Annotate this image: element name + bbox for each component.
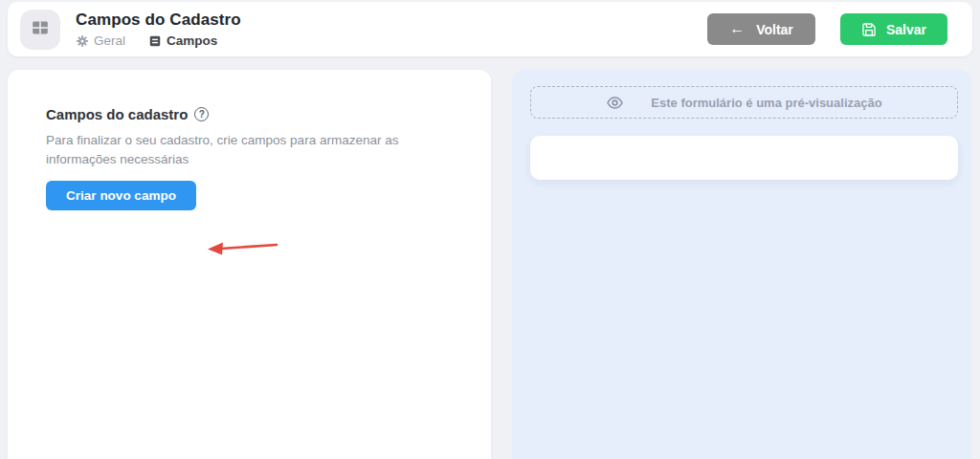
preview-banner: Este formulário é uma pré-visualização — [530, 86, 958, 119]
tab-campos[interactable]: Campos — [148, 33, 217, 48]
floppy-disk-icon — [861, 22, 877, 37]
fields-panel-heading: Campos do cadastro ? — [46, 106, 453, 122]
tab-geral-label: Geral — [94, 33, 125, 48]
help-icon[interactable]: ? — [194, 107, 209, 121]
header-actions: ← Voltar Salvar — [707, 13, 947, 45]
back-button-label: Voltar — [756, 22, 793, 37]
back-button[interactable]: ← Voltar — [707, 13, 815, 45]
form-icon — [148, 34, 162, 48]
title-block: Campos do Cadastro — [76, 11, 241, 48]
module-icon-wrap — [20, 10, 60, 50]
preview-banner-text: Este formulário é uma pré-visualização — [651, 96, 881, 110]
preview-panel: Este formulário é uma pré-visualização — [512, 70, 971, 459]
save-button[interactable]: Salvar — [840, 13, 947, 45]
eye-icon — [606, 94, 624, 112]
save-button-label: Salvar — [886, 22, 926, 37]
create-field-button[interactable]: Criar novo campo — [46, 181, 196, 210]
page-title: Campos do Cadastro — [76, 11, 241, 30]
table-icon — [30, 17, 51, 42]
fields-panel-description: Para finalizar o seu cadastro, crie camp… — [46, 131, 431, 168]
page: Campos do Cadastro — [0, 0, 980, 459]
header-left: Campos do Cadastro — [20, 10, 241, 50]
red-arrow-left-icon — [206, 239, 282, 262]
arrow-left-icon: ← — [729, 21, 745, 36]
tab-geral[interactable]: Geral — [76, 33, 125, 48]
subtabs: Geral Campos — [76, 33, 241, 48]
top-header: Campos do Cadastro — [8, 2, 972, 56]
fields-panel: Campos do cadastro ? Para finalizar o se… — [8, 70, 491, 459]
gear-icon — [76, 34, 89, 48]
preview-empty-card — [530, 136, 958, 180]
tab-campos-label: Campos — [167, 33, 217, 48]
fields-panel-heading-text: Campos do cadastro — [46, 106, 188, 122]
